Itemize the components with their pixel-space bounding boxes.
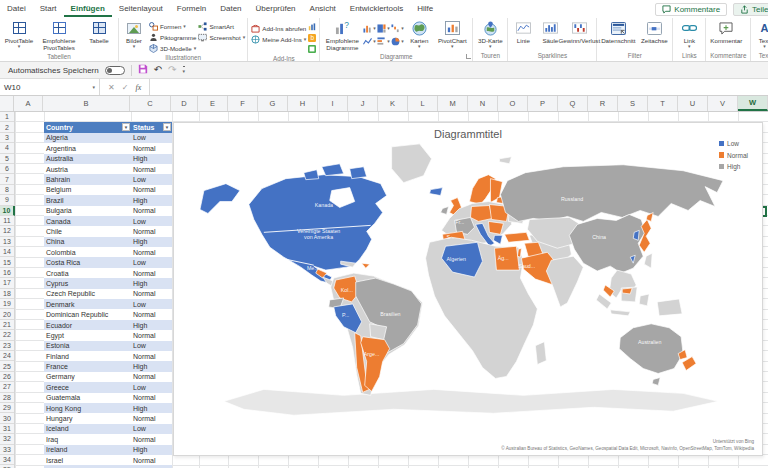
- pivotchart-button[interactable]: PivotChart ▾: [434, 19, 470, 51]
- country-cell[interactable]: Cyprus: [44, 278, 131, 288]
- country-cell[interactable]: China: [44, 237, 131, 247]
- country-cell[interactable]: Estonia: [44, 341, 131, 351]
- status-cell[interactable]: High: [131, 154, 172, 164]
- share-button[interactable]: Teilen: [733, 3, 768, 16]
- chart-title[interactable]: Diagrammtitel: [174, 128, 762, 140]
- status-cell[interactable]: Low: [131, 174, 172, 184]
- country-cell[interactable]: Costa Rica: [44, 257, 131, 267]
- status-cell[interactable]: Normal: [131, 434, 172, 444]
- status-cell[interactable]: High: [131, 278, 172, 288]
- status-cell[interactable]: Normal: [131, 289, 172, 299]
- country-cell[interactable]: Ecuador: [44, 320, 131, 330]
- people-graph-addin-icon[interactable]: [307, 44, 317, 54]
- datenschnitt-button[interactable]: Datenschnitt: [599, 19, 637, 45]
- column-header[interactable]: H: [288, 96, 318, 111]
- qat-customize-icon[interactable]: ▾: [183, 66, 186, 74]
- enter-icon[interactable]: ✓: [122, 83, 129, 92]
- row-header[interactable]: 15: [0, 257, 14, 267]
- row-header[interactable]: 6: [0, 164, 14, 174]
- column-header[interactable]: F: [228, 96, 258, 111]
- column-header[interactable]: W: [738, 96, 768, 111]
- text-button[interactable]: A Text ▾: [753, 19, 768, 51]
- status-cell[interactable]: Normal: [131, 143, 172, 153]
- status-cell[interactable]: Low: [131, 341, 172, 351]
- status-cell[interactable]: Normal: [131, 226, 172, 236]
- status-cell[interactable]: Normal: [131, 393, 172, 403]
- country-cell[interactable]: Finland: [44, 351, 131, 361]
- country-cell[interactable]: Austria: [44, 164, 131, 174]
- pivottable-button[interactable]: PivotTable ▾: [2, 19, 36, 51]
- chart-legend[interactable]: Low Normal High: [719, 140, 748, 170]
- formen-button[interactable]: Formen▾: [148, 21, 196, 31]
- status-cell[interactable]: Normal: [131, 185, 172, 195]
- name-box-dropdown-icon[interactable]: ▾: [92, 84, 95, 90]
- column-header[interactable]: I: [318, 96, 348, 111]
- column-header[interactable]: K: [378, 96, 408, 111]
- status-cell[interactable]: Normal: [131, 413, 172, 423]
- status-filter-icon[interactable]: ▼: [163, 123, 171, 131]
- empfohlene-diagramme-button[interactable]: ? Empfohlene Diagramme: [322, 19, 362, 52]
- cancel-icon[interactable]: ✕: [108, 83, 115, 92]
- redo-icon[interactable]: ↷: [168, 65, 176, 75]
- country-cell[interactable]: Greece: [44, 382, 131, 392]
- status-cell[interactable]: Normal: [131, 309, 172, 319]
- country-cell[interactable]: Bahrain: [44, 174, 131, 184]
- name-box[interactable]: W10 ▾: [0, 79, 100, 95]
- sparkline-gewinnverlust-button[interactable]: Gewinn/Verlust: [564, 19, 594, 45]
- country-cell[interactable]: Iceland: [44, 424, 131, 434]
- country-cell[interactable]: Algeria: [44, 133, 131, 143]
- column-header[interactable]: L: [408, 96, 438, 111]
- status-cell[interactable]: Normal: [131, 206, 172, 216]
- status-cell[interactable]: Normal: [131, 351, 172, 361]
- country-cell[interactable]: Colombia: [44, 247, 131, 257]
- karten-button[interactable]: Karten ▾: [405, 19, 433, 51]
- status-cell[interactable]: Normal: [131, 330, 172, 340]
- row-header[interactable]: 23: [0, 341, 14, 351]
- column-header[interactable]: P: [528, 96, 558, 111]
- ribbon-tab[interactable]: Start: [33, 1, 64, 17]
- country-cell[interactable]: Iraq: [44, 434, 131, 444]
- row-header[interactable]: 26: [0, 372, 14, 382]
- row-header[interactable]: 18: [0, 289, 14, 299]
- column-header[interactable]: Q: [558, 96, 588, 111]
- status-cell[interactable]: High: [131, 445, 172, 455]
- undo-icon[interactable]: ↶: [154, 65, 162, 75]
- ribbon-tab[interactable]: Hilfe: [410, 1, 440, 17]
- status-cell[interactable]: High: [131, 195, 172, 205]
- status-cell[interactable]: Low: [131, 382, 172, 392]
- country-cell[interactable]: Hungary: [44, 413, 131, 423]
- table-header-status[interactable]: Status ▼: [131, 122, 172, 132]
- row-header[interactable]: 19: [0, 299, 14, 309]
- column-header[interactable]: U: [678, 96, 708, 111]
- status-cell[interactable]: Low: [131, 299, 172, 309]
- status-cell[interactable]: High: [131, 361, 172, 371]
- status-cell[interactable]: High: [131, 403, 172, 413]
- row-header[interactable]: 11: [0, 216, 14, 226]
- country-cell[interactable]: Croatia: [44, 268, 131, 278]
- column-header[interactable]: T: [648, 96, 678, 111]
- comments-button[interactable]: Kommentare: [655, 3, 727, 16]
- smartart-button[interactable]: SmartArt: [197, 21, 245, 31]
- waterfall-chart-button[interactable]: ▾: [391, 22, 404, 34]
- bing-maps-addin-icon[interactable]: b: [307, 33, 317, 43]
- ribbon-tab[interactable]: Datei: [0, 1, 33, 17]
- country-cell[interactable]: Egypt: [44, 330, 131, 340]
- meine-addins-button[interactable]: Meine Add-Ins▾: [250, 34, 306, 44]
- pie-chart-button[interactable]: ▾: [391, 35, 404, 47]
- column-header[interactable]: R: [588, 96, 618, 111]
- insert-function-icon[interactable]: fx: [135, 83, 141, 92]
- country-filter-icon[interactable]: ▼: [122, 123, 130, 131]
- column-header[interactable]: M: [438, 96, 468, 111]
- row-header[interactable]: 7: [0, 174, 14, 184]
- column-header[interactable]: D: [171, 96, 198, 111]
- row-header[interactable]: 20: [0, 309, 14, 319]
- screenshot-button[interactable]: Screenshot▾: [197, 32, 245, 42]
- column-header[interactable]: B: [43, 96, 130, 111]
- row-header[interactable]: 3: [0, 133, 14, 143]
- tabelle-button[interactable]: Tabelle: [82, 19, 116, 45]
- status-cell[interactable]: Low: [131, 257, 172, 267]
- save-icon[interactable]: [138, 64, 148, 76]
- status-cell[interactable]: Normal: [131, 268, 172, 278]
- country-cell[interactable]: Bulgaria: [44, 206, 131, 216]
- row-header[interactable]: 13: [0, 237, 14, 247]
